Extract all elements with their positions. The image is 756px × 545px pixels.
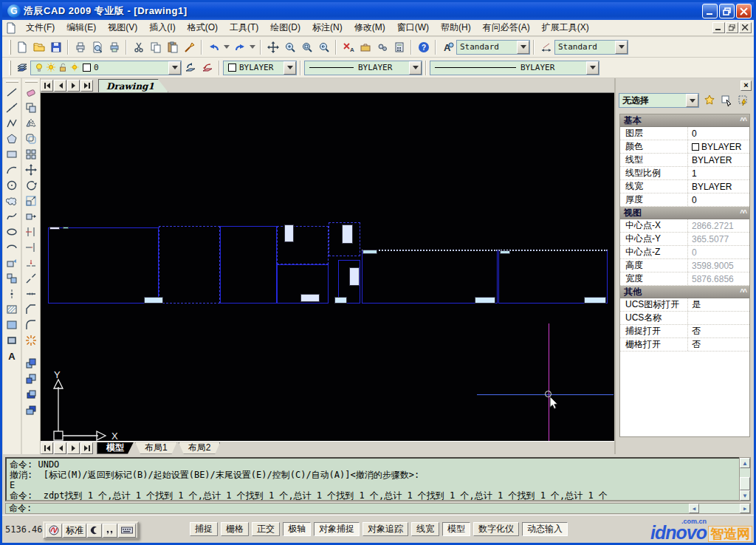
prev-tab-button[interactable] [54, 442, 66, 454]
drawing-tab[interactable]: Drawing1 [98, 79, 168, 92]
property-value[interactable]: BYLAYER [688, 142, 749, 152]
line-button[interactable] [4, 84, 20, 100]
floorplan-room[interactable] [362, 250, 498, 304]
status-toggle-捕捉[interactable]: 捕捉 [190, 522, 218, 536]
zoom-previous-button[interactable] [315, 38, 332, 55]
collapse-chevron-icon[interactable]: ^^ [740, 117, 746, 125]
draw-above-button[interactable] [23, 386, 39, 402]
property-section-header[interactable]: 基本^^ [620, 114, 749, 127]
draw-front-button[interactable] [23, 355, 39, 371]
ime-punct-icon[interactable] [103, 524, 117, 538]
pan-button[interactable] [264, 38, 281, 55]
status-toggle-对象捕捉[interactable]: 对象捕捉 [314, 522, 360, 536]
last-doc-button[interactable] [80, 80, 93, 92]
floorplan-mark[interactable] [300, 294, 320, 302]
property-value[interactable]: 否 [688, 338, 749, 351]
ime-logo-icon[interactable] [46, 524, 62, 538]
save-button[interactable] [47, 38, 64, 55]
restore-button[interactable] [719, 4, 735, 18]
ime-keyboard-icon[interactable] [118, 524, 136, 538]
pickadd-toggle-button[interactable] [702, 93, 717, 108]
status-toggle-数字化仪[interactable]: 数字化仪 [473, 522, 519, 536]
undo-button[interactable] [205, 38, 222, 55]
copy-button[interactable] [147, 38, 164, 55]
move-button[interactable] [23, 162, 39, 177]
menu-item[interactable]: 视图(V) [102, 20, 143, 35]
bulb-icon[interactable] [34, 62, 45, 73]
floorplan-mark[interactable] [49, 227, 60, 230]
dim-style-combo[interactable]: Standard [554, 40, 628, 55]
menu-item[interactable]: 文件(F) [20, 20, 61, 35]
status-toggle-栅格[interactable]: 栅格 [221, 522, 249, 536]
make-block-button[interactable] [4, 270, 20, 286]
doc-close-button[interactable] [739, 22, 752, 33]
color-combo[interactable]: BYLAYER [223, 61, 297, 75]
circle-button[interactable] [4, 177, 20, 193]
revcloud-button[interactable] [4, 193, 20, 208]
toolbar-grip[interactable] [9, 40, 11, 55]
floorplan-mark[interactable] [584, 297, 606, 304]
palette-grip[interactable] [6, 80, 18, 83]
command-history[interactable]: 命令: UNDO撤消: [标记(M)/返回到标记(B)/起始设置(BE)/末尾设… [5, 457, 741, 501]
property-value[interactable]: 是 [688, 298, 749, 311]
scroll-thumb[interactable] [740, 477, 750, 490]
menu-item[interactable]: 格式(O) [182, 20, 224, 35]
quick-select-button[interactable] [736, 93, 751, 108]
layers-manager-button[interactable] [13, 59, 30, 76]
command-input-line[interactable]: 命令: ◀ ▶ [5, 503, 751, 514]
collapse-chevron-icon[interactable]: ^^ [740, 288, 746, 296]
menu-item[interactable]: 有问必答(A) [477, 20, 536, 35]
redo-drop-button[interactable] [248, 38, 257, 55]
polygon-button[interactable] [4, 131, 20, 146]
drawing-canvas[interactable]: Y X [41, 93, 614, 441]
linetype-combo[interactable]: BYLAYER [304, 61, 422, 75]
floorplan-room[interactable] [220, 226, 277, 304]
layout-tab-布局2[interactable]: 布局2 [179, 442, 221, 454]
floorplan-room[interactable] [159, 226, 220, 304]
layout-tab-模型[interactable]: 模型 [97, 442, 134, 454]
property-value[interactable]: 1 [688, 168, 749, 179]
document-icon[interactable] [5, 22, 17, 34]
undo-drop-button[interactable] [222, 38, 231, 55]
floorplan-mark[interactable] [475, 297, 495, 304]
join-button[interactable] [23, 286, 39, 301]
status-toggle-正交[interactable]: 正交 [252, 522, 280, 536]
menu-item[interactable]: 标注(N) [306, 20, 348, 35]
property-section-header[interactable]: 其他^^ [620, 286, 749, 298]
status-toggle-对象追踪[interactable]: 对象追踪 [362, 522, 408, 536]
text-button[interactable]: A [4, 348, 20, 363]
copy-obj-button[interactable] [23, 100, 39, 115]
ime-fullhalf-icon[interactable] [87, 524, 102, 538]
floorplan-mark[interactable] [63, 227, 69, 229]
print-button[interactable] [72, 38, 89, 55]
next-doc-button[interactable] [67, 80, 80, 92]
selection-drop-arrow[interactable] [686, 94, 698, 107]
status-toggle-模型[interactable]: 模型 [442, 522, 470, 536]
status-toggle-动态输入[interactable]: 动态输入 [522, 522, 568, 536]
menu-item[interactable]: 扩展工具(X) [536, 20, 595, 35]
minimize-button[interactable] [702, 4, 718, 18]
insert-block-button[interactable] [4, 255, 20, 270]
new-button[interactable] [13, 38, 30, 55]
close-button[interactable] [736, 4, 752, 18]
property-value[interactable]: 否 [688, 325, 749, 337]
lineweight-drop-arrow[interactable] [586, 61, 599, 75]
layer-previous-button[interactable] [199, 59, 216, 76]
floorplan-mark[interactable] [362, 250, 377, 254]
floorplan-room[interactable] [48, 227, 159, 304]
floorplan-mark[interactable] [500, 250, 510, 254]
paste-button[interactable] [164, 38, 181, 55]
first-tab-button[interactable] [41, 442, 53, 454]
arc-button[interactable] [4, 162, 20, 177]
floorplan-mark[interactable] [284, 224, 294, 242]
ellipse-button[interactable] [4, 224, 20, 239]
explode-button[interactable] [23, 332, 39, 348]
layer-drop-arrow[interactable] [168, 61, 181, 75]
stretch-button[interactable] [23, 208, 39, 224]
make-current-button[interactable] [182, 59, 199, 76]
floorplan-mark[interactable] [144, 297, 163, 304]
redo-button[interactable] [231, 38, 248, 55]
trim-button[interactable] [23, 224, 39, 239]
region-button[interactable] [4, 332, 20, 348]
palette-grip[interactable] [25, 80, 38, 83]
